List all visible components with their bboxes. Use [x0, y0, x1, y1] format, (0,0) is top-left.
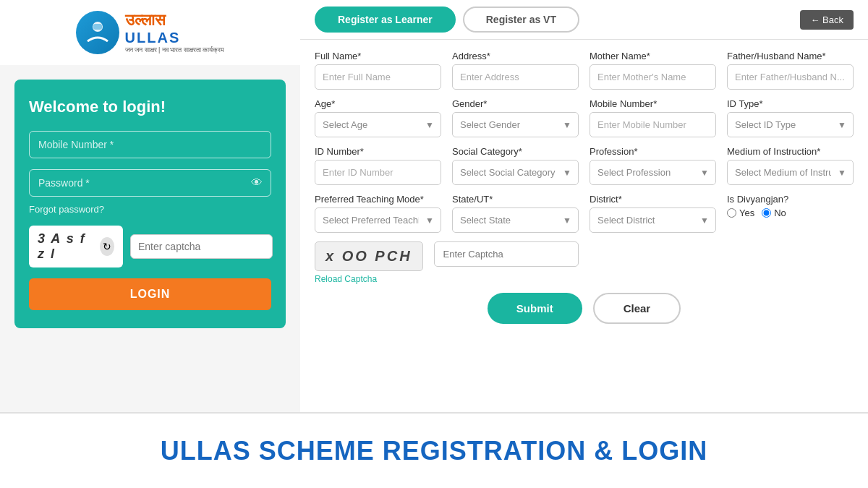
captcha-form-row: x OO PCH Reload Captcha [315, 241, 854, 284]
eye-icon[interactable]: 👁 [251, 176, 263, 189]
logo-hindi: उल्लास [125, 11, 225, 30]
gender-group: Gender* Select Gender ▼ [452, 98, 579, 137]
form-row-3: ID Number* Social Category* Select Socia… [315, 146, 854, 185]
back-button[interactable]: ← Back [800, 10, 854, 30]
age-group: Age* Select Age ▼ [315, 98, 441, 137]
profession-label: Profession* [590, 146, 716, 157]
teaching-mode-select-wrapper: Select Preferred Teaching Mode ▼ [315, 207, 441, 233]
age-select[interactable]: Select Age [315, 112, 441, 137]
id-number-group: ID Number* [315, 146, 441, 185]
top-section: उल्लास ULLAS जन जन साक्षर | नव भारत साक्… [0, 0, 868, 412]
logo-icon [76, 11, 119, 54]
medium-label: Medium of Instruction* [727, 146, 854, 157]
forgot-password-link[interactable]: Forgot password? [29, 204, 271, 215]
no-radio[interactable] [762, 208, 771, 218]
login-card: Welcome to login! 👁 Forgot password? 3 A… [14, 80, 286, 328]
mobile-number-label: Mobile Number* [590, 98, 716, 109]
district-group: District* Select District ▼ [590, 194, 716, 233]
district-select-wrapper: Select District ▼ [590, 207, 716, 233]
reg-header: Register as Learner Register as VT ← Bac… [300, 0, 868, 40]
captcha-box: 3 A s f z l ↻ [29, 226, 123, 267]
address-input[interactable] [452, 64, 579, 90]
teaching-mode-group: Preferred Teaching Mode* Select Preferre… [315, 194, 441, 233]
welcome-title: Welcome to login! [29, 98, 271, 116]
captcha-form-input[interactable] [434, 241, 579, 267]
age-select-wrapper: Select Age ▼ [315, 112, 441, 137]
gender-select-wrapper: Select Gender ▼ [452, 112, 579, 137]
banner-text: ULLAS SCHEME REGISTRATION & LOGIN [161, 436, 707, 466]
yes-radio[interactable] [727, 208, 736, 218]
mother-name-group: Mother Name* [590, 51, 716, 90]
mobile-number-group: Mobile Number* [590, 98, 716, 137]
divyangjan-label: Is Divyangjan? [727, 194, 854, 205]
full-name-label: Full Name* [315, 51, 441, 61]
form-row-1: Full Name* Address* Mother Name* Father/… [315, 51, 854, 90]
father-name-group: Father/Husband Name* [727, 51, 854, 90]
social-category-select[interactable]: Select Social Category [452, 160, 579, 185]
login-button[interactable]: LOGIN [29, 278, 271, 310]
id-type-select[interactable]: Select ID Type [727, 112, 854, 137]
divyangjan-group: Is Divyangjan? Yes No [727, 194, 854, 233]
full-name-group: Full Name* [315, 51, 441, 90]
captcha-display-group: x OO PCH Reload Captcha [315, 241, 423, 284]
captcha-row: 3 A s f z l ↻ [29, 226, 271, 267]
id-number-input[interactable] [315, 160, 441, 185]
social-category-label: Social Category* [452, 146, 579, 157]
id-number-label: ID Number* [315, 146, 441, 157]
gender-label: Gender* [452, 98, 579, 109]
social-category-group: Social Category* Select Social Category … [452, 146, 579, 185]
state-select[interactable]: Select State [452, 207, 579, 233]
password-input[interactable] [29, 169, 271, 197]
medium-select[interactable]: Select Medium of Instruction [727, 160, 854, 185]
district-label: District* [590, 194, 716, 205]
clear-button[interactable]: Clear [593, 293, 681, 324]
svg-rect-1 [93, 24, 102, 30]
id-type-select-wrapper: Select ID Type ▼ [727, 112, 854, 137]
teaching-mode-select[interactable]: Select Preferred Teaching Mode [315, 207, 441, 233]
main-wrapper: उल्लास ULLAS जन जन साक्षर | नव भारत साक्… [0, 0, 868, 488]
logo-text-block: उल्लास ULLAS जन जन साक्षर | नव भारत साक्… [125, 11, 225, 54]
action-row: Submit Clear [315, 293, 854, 324]
yes-radio-label[interactable]: Yes [727, 207, 754, 218]
reload-captcha-link[interactable]: Reload Captcha [315, 274, 423, 284]
medium-group: Medium of Instruction* Select Medium of … [727, 146, 854, 185]
mother-name-input[interactable] [590, 64, 716, 90]
form-row-2: Age* Select Age ▼ Gender* Select Gen [315, 98, 854, 137]
form-row-4: Preferred Teaching Mode* Select Preferre… [315, 194, 854, 233]
father-name-input[interactable] [727, 64, 854, 90]
captcha-input[interactable] [130, 234, 273, 259]
logo-english: ULLAS [125, 30, 225, 46]
age-label: Age* [315, 98, 441, 109]
password-wrapper: 👁 [29, 169, 271, 197]
district-select[interactable]: Select District [590, 207, 716, 233]
profession-select[interactable]: Select Profession [590, 160, 716, 185]
state-group: State/UT* Select State ▼ [452, 194, 579, 233]
profession-group: Profession* Select Profession ▼ [590, 146, 716, 185]
gender-select[interactable]: Select Gender [452, 112, 579, 137]
tab-register-vt[interactable]: Register as VT [463, 7, 579, 33]
tab-register-learner[interactable]: Register as Learner [315, 7, 456, 33]
form-area: Full Name* Address* Mother Name* Father/… [300, 40, 868, 412]
divyangjan-row: Yes No [727, 207, 854, 218]
id-type-label: ID Type* [727, 98, 854, 109]
mother-name-label: Mother Name* [590, 51, 716, 61]
left-panel: उल्लास ULLAS जन जन साक्षर | नव भारत साक्… [0, 0, 300, 412]
mobile-number-input[interactable] [590, 112, 716, 137]
full-name-input[interactable] [315, 64, 441, 90]
medium-select-wrapper: Select Medium of Instruction ▼ [727, 160, 854, 185]
captcha-display: x OO PCH [315, 241, 423, 271]
no-radio-label[interactable]: No [762, 207, 786, 218]
father-name-label: Father/Husband Name* [727, 51, 854, 61]
submit-button[interactable]: Submit [488, 293, 582, 324]
address-group: Address* [452, 51, 579, 90]
refresh-captcha-button[interactable]: ↻ [100, 237, 114, 256]
mobile-input[interactable] [29, 131, 271, 158]
teaching-mode-label: Preferred Teaching Mode* [315, 194, 441, 205]
captcha-text: 3 A s f z l [38, 231, 94, 262]
logo-area: उल्लास ULLAS जन जन साक्षर | नव भारत साक्… [0, 0, 300, 65]
social-category-select-wrapper: Select Social Category ▼ [452, 160, 579, 185]
profession-select-wrapper: Select Profession ▼ [590, 160, 716, 185]
address-label: Address* [452, 51, 579, 61]
right-panel: Register as Learner Register as VT ← Bac… [300, 0, 868, 412]
logo-sub: जन जन साक्षर | नव भारत साक्षरता कार्यक्र… [125, 46, 225, 54]
